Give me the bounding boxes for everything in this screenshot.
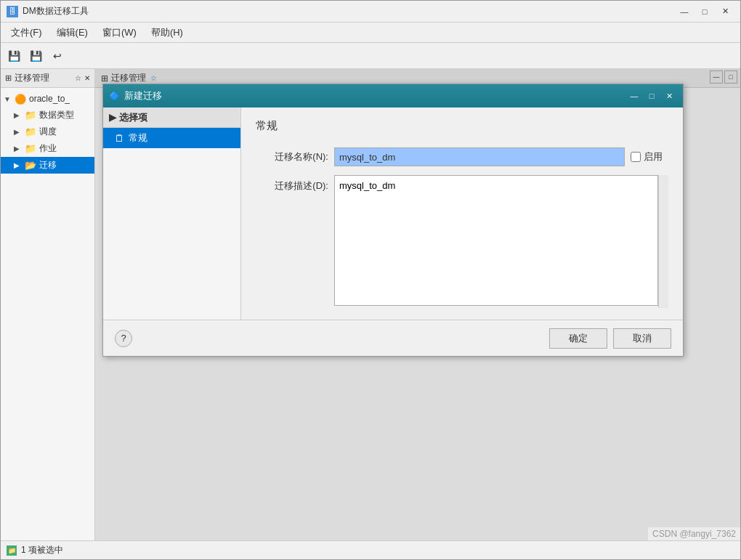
cancel-button[interactable]: 取消	[613, 328, 671, 349]
dialog-title-text: 新建迁移	[124, 89, 622, 102]
dialog-new-migration: 🔷 新建迁移 — □ ✕ ▶	[102, 84, 684, 357]
dialog-minimize-button[interactable]: —	[626, 89, 642, 103]
panel-badge: ☆	[75, 74, 81, 82]
datatypes-icon: 📁	[24, 110, 37, 121]
confirm-button[interactable]: 确定	[549, 328, 607, 349]
menu-help[interactable]: 帮助(H)	[144, 23, 190, 42]
name-input[interactable]	[334, 147, 625, 166]
menu-file[interactable]: 文件(F)	[4, 23, 49, 42]
oracle-label: oracle_to_	[29, 94, 70, 104]
tree-node-job[interactable]: ▶ 📁 作业	[1, 140, 94, 157]
migration-icon: 📂	[24, 160, 37, 171]
expander-job: ▶	[14, 145, 24, 153]
expander-oracle: ▼	[4, 95, 14, 103]
left-panel: ⊞ 迁移管理 ☆ ✕ ▼ 🟠 oracle_to_ ▶ 📁 数据类型	[1, 69, 95, 540]
menu-edit[interactable]: 编辑(E)	[49, 23, 95, 42]
menu-window[interactable]: 窗口(W)	[95, 23, 144, 42]
menubar: 文件(F) 编辑(E) 窗口(W) 帮助(H)	[1, 23, 740, 43]
status-icon: 📁	[7, 545, 17, 556]
desc-textarea[interactable]: mysql_to_dm	[334, 175, 658, 306]
app-icon: 🗄	[7, 6, 18, 17]
dialog-sidebar-header: ▶ 选择项	[103, 107, 240, 128]
save-button[interactable]: 💾	[4, 46, 24, 66]
dialog-body: ▶ 选择项 🗒 常规 常规	[103, 107, 683, 320]
general-icon: 🗒	[115, 133, 124, 144]
textarea-scrollbar[interactable]	[658, 175, 668, 308]
expander-datatypes: ▶	[14, 111, 24, 119]
main-window: 🗄 DM数据迁移工具 — □ ✕ 文件(F) 编辑(E) 窗口(W) 帮助(H)…	[0, 0, 741, 560]
tree-node-migration[interactable]: ▶ 📂 迁移	[1, 157, 94, 174]
main-win-buttons: — □ ✕	[675, 4, 734, 20]
dialog-btn-group: 确定 取消	[549, 328, 671, 349]
job-label: 作业	[39, 142, 57, 155]
migration-label: 迁移	[39, 159, 57, 171]
statusbar: 📁 1 项被选中	[1, 540, 740, 559]
oracle-icon: 🟠	[14, 93, 27, 105]
dialog-sidebar: ▶ 选择项 🗒 常规	[103, 107, 241, 320]
dialog-maximize-button[interactable]: □	[644, 89, 660, 103]
expander-migration: ▶	[14, 161, 24, 169]
tree-area: ▼ 🟠 oracle_to_ ▶ 📁 数据类型 ▶ 📁 调度	[1, 88, 94, 540]
sidebar-item-general[interactable]: 🗒 常规	[103, 128, 240, 148]
enable-label: 启用	[644, 150, 663, 163]
dialog-titlebar: 🔷 新建迁移 — □ ✕	[103, 84, 683, 107]
panel-header-icon: ⊞	[5, 73, 12, 83]
schedule-icon: 📁	[24, 126, 37, 138]
textarea-wrapper: mysql_to_dm	[334, 175, 668, 308]
sidebar-header-arrow: ▶	[109, 112, 116, 123]
statusbar-left: 📁 1 项被选中	[7, 544, 63, 556]
desc-label: 迁移描述(D):	[256, 179, 328, 192]
refresh-button[interactable]: ↩	[47, 46, 68, 66]
left-panel-header: ⊞ 迁移管理 ☆ ✕	[1, 69, 94, 88]
form-row-name: 迁移名称(N): 启用	[256, 147, 668, 166]
expander-schedule: ▶	[14, 128, 24, 136]
status-text: 1 项被选中	[21, 544, 63, 556]
dialog-footer: ? 确定 取消	[103, 320, 683, 356]
sidebar-header-text: 选择项	[119, 111, 147, 124]
job-icon: 📁	[24, 143, 37, 155]
panel-close-icon[interactable]: ✕	[84, 74, 90, 82]
tree-node-schedule[interactable]: ▶ 📁 调度	[1, 123, 94, 140]
form-row-desc: 迁移描述(D): mysql_to_dm	[256, 175, 668, 308]
close-button[interactable]: ✕	[716, 4, 734, 20]
left-panel-title: 迁移管理	[15, 72, 49, 84]
watermark: CSDN @fangyi_7362	[648, 527, 740, 540]
dialog-content: 常规 迁移名称(N): 启用	[241, 107, 683, 320]
dialog-close-button[interactable]: ✕	[661, 89, 677, 103]
dialog-title-icon: 🔷	[109, 91, 120, 101]
dialog-win-buttons: — □ ✕	[626, 89, 677, 103]
enable-checkbox-group: 启用	[631, 150, 663, 163]
tree-node-oracle[interactable]: ▼ 🟠 oracle_to_	[1, 91, 94, 107]
tree-node-datatypes[interactable]: ▶ 📁 数据类型	[1, 107, 94, 123]
main-titlebar: 🗄 DM数据迁移工具 — □ ✕	[1, 1, 740, 23]
maximize-button[interactable]: □	[695, 4, 714, 20]
sidebar-item-general-label: 常规	[129, 131, 147, 145]
help-button[interactable]: ?	[115, 330, 132, 347]
schedule-label: 调度	[39, 126, 57, 138]
main-content: ⊞ 迁移管理 ☆ ✕ ▼ 🟠 oracle_to_ ▶ 📁 数据类型	[1, 69, 740, 540]
toolbar: 💾 💾 ↩	[1, 43, 740, 69]
modal-overlay: 🔷 新建迁移 — □ ✕ ▶	[95, 69, 740, 540]
right-area: ⊞ 迁移管理 ☆ — □ 🔷 新建迁移	[95, 69, 740, 540]
name-label: 迁移名称(N):	[256, 150, 328, 163]
save-all-button[interactable]: 💾	[25, 46, 46, 66]
datatypes-label: 数据类型	[39, 109, 74, 121]
minimize-button[interactable]: —	[675, 4, 694, 20]
dialog-content-title: 常规	[256, 119, 668, 133]
main-window-title: DM数据迁移工具	[23, 5, 675, 17]
enable-checkbox[interactable]	[631, 152, 641, 162]
